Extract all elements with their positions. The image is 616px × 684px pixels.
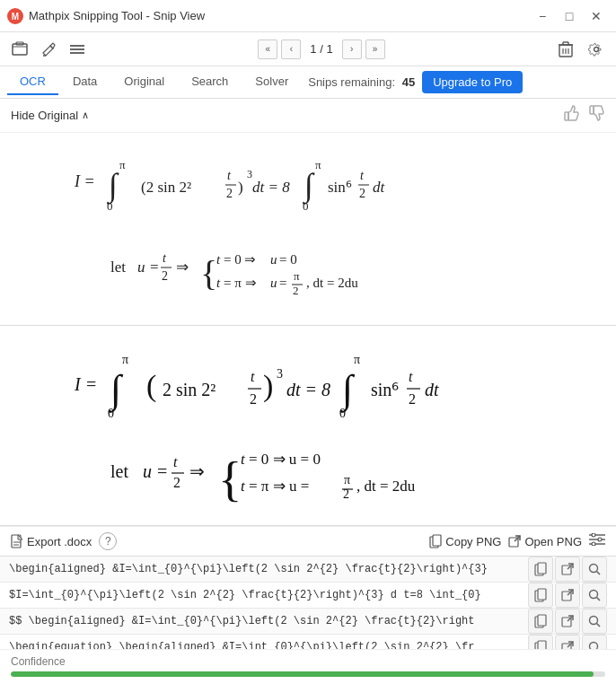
svg-text:π: π	[294, 269, 300, 283]
result-text-1: $I=\int_{0}^{\pi}\left(2 \sin 2^{2} \fra…	[9, 589, 528, 601]
svg-line-101	[515, 536, 520, 541]
results-list: \begin{aligned} &I=\int_{0}^{\pi}\left(2…	[0, 557, 616, 649]
svg-text:2: 2	[250, 391, 257, 407]
trash-button[interactable]	[553, 37, 578, 62]
result-search-1[interactable]	[582, 583, 607, 608]
result-copy-0[interactable]	[528, 557, 553, 582]
tab-search[interactable]: Search	[179, 69, 241, 95]
result-copy-1[interactable]	[528, 583, 553, 608]
nav-last-button[interactable]: »	[365, 39, 385, 59]
toolbar: « ‹ 1 / 1 › »	[0, 32, 616, 66]
svg-text:2 sin 2²: 2 sin 2²	[163, 380, 216, 399]
svg-text:t: t	[360, 169, 365, 182]
svg-text:0: 0	[303, 199, 309, 213]
result-open-3[interactable]	[555, 635, 580, 649]
screenshot-button[interactable]	[7, 37, 32, 62]
svg-text:dt = 8: dt = 8	[252, 179, 290, 196]
display-settings-button[interactable]	[589, 533, 605, 549]
result-row: \begin{equation} \begin{aligned} &I=\int…	[0, 635, 616, 649]
bottom-toolbar: Export .docx ? Copy PNG Open PNG	[0, 526, 616, 557]
svg-text:): )	[263, 369, 273, 403]
search-icon	[588, 563, 601, 575]
result-actions-2	[528, 609, 607, 634]
svg-text:=: =	[279, 276, 286, 290]
svg-text:t: t	[241, 478, 246, 495]
result-search-0[interactable]	[582, 557, 607, 582]
svg-text:t: t	[173, 454, 178, 469]
search-icon	[588, 589, 601, 601]
svg-text:2: 2	[343, 487, 349, 501]
result-copy-2[interactable]	[528, 609, 553, 634]
toolbar-center: « ‹ 1 / 1 › »	[90, 39, 553, 59]
svg-text:t: t	[163, 251, 167, 265]
svg-point-105	[598, 538, 602, 541]
maximize-button[interactable]: □	[557, 5, 582, 27]
edit-button[interactable]	[36, 37, 61, 62]
hide-original-button[interactable]: Hide Original ∧	[11, 109, 89, 122]
original-math-svg: I = ∫ 0 π (2 sin 2² t 2 ) 3 dt = 8 ∫ 0 π…	[57, 142, 559, 232]
minimize-button[interactable]: −	[530, 5, 555, 27]
close-button[interactable]: ✕	[584, 5, 609, 27]
nav-next-button[interactable]: ›	[342, 39, 362, 59]
svg-line-117	[568, 590, 573, 595]
tab-ocr[interactable]: OCR	[7, 69, 58, 95]
svg-text:I =: I =	[74, 374, 97, 394]
result-open-0[interactable]	[555, 557, 580, 582]
tab-solver[interactable]: Solver	[242, 69, 301, 95]
result-text-0: \begin{aligned} &I=\int_{0}^{\pi}\left(2…	[9, 563, 528, 575]
svg-text:let: let	[110, 259, 126, 276]
svg-text:π: π	[119, 158, 126, 171]
export-docx-button[interactable]: Export .docx	[11, 534, 92, 548]
app-logo: M	[7, 8, 23, 24]
upgrade-button[interactable]: Upgrade to Pro	[422, 71, 523, 93]
thumbup-icon	[562, 104, 580, 122]
svg-text:, dt = 2du: , dt = 2du	[306, 276, 358, 290]
thumbup-button[interactable]	[562, 104, 580, 127]
copy-png-button[interactable]: Copy PNG	[429, 534, 501, 548]
tab-original[interactable]: Original	[111, 69, 177, 95]
nav-first-button[interactable]: «	[258, 39, 277, 59]
tab-bar: OCR Data Original Search Solver Snips re…	[0, 66, 616, 99]
svg-rect-18	[565, 112, 568, 120]
svg-point-124	[590, 617, 598, 625]
result-search-3[interactable]	[582, 635, 607, 649]
original-section: Hide Original ∧	[0, 99, 616, 326]
window-title: Mathpix Snipping Tool - Snip View	[29, 9, 530, 22]
toolbar-right	[553, 37, 609, 62]
svg-text:2: 2	[293, 284, 299, 297]
result-text-3: \begin{equation} \begin{aligned} &I=\int…	[9, 641, 528, 649]
help-button[interactable]: ?	[99, 532, 117, 550]
result-row: \begin{aligned} &I=\int_{0}^{\pi}\left(2…	[0, 557, 616, 583]
svg-text:t: t	[241, 451, 246, 468]
svg-text:(: (	[146, 369, 156, 403]
open-icon	[561, 641, 574, 649]
result-open-1[interactable]	[555, 583, 580, 608]
nav-prev-button[interactable]: ‹	[281, 39, 301, 59]
svg-point-103	[592, 533, 595, 537]
snips-remaining-label: Snips remaining: 45	[308, 75, 415, 89]
svg-rect-2	[13, 44, 27, 55]
settings-button[interactable]	[584, 37, 609, 62]
svg-line-125	[597, 624, 601, 627]
open-png-button[interactable]: Open PNG	[508, 535, 582, 548]
result-open-2[interactable]	[555, 609, 580, 634]
result-search-2[interactable]	[582, 609, 607, 634]
svg-rect-127	[538, 641, 546, 649]
svg-text:u: u	[137, 259, 145, 276]
export-docx-icon	[11, 534, 23, 548]
svg-text:sin⁶: sin⁶	[328, 179, 352, 196]
svg-text:=: =	[157, 461, 167, 481]
result-copy-3[interactable]	[528, 635, 553, 649]
svg-text:, dt = 2du: , dt = 2du	[356, 478, 416, 495]
tab-data[interactable]: Data	[60, 69, 110, 95]
svg-text:3: 3	[277, 367, 283, 381]
menu-button[interactable]	[65, 37, 90, 62]
thumbdown-button[interactable]	[587, 104, 605, 127]
svg-line-129	[568, 642, 573, 647]
copy-icon	[534, 562, 547, 576]
svg-text:⇒: ⇒	[176, 259, 189, 276]
result-actions-3	[528, 635, 607, 649]
confidence-label: Confidence	[11, 655, 605, 668]
svg-text:t: t	[227, 169, 232, 182]
svg-text:2: 2	[173, 475, 180, 490]
